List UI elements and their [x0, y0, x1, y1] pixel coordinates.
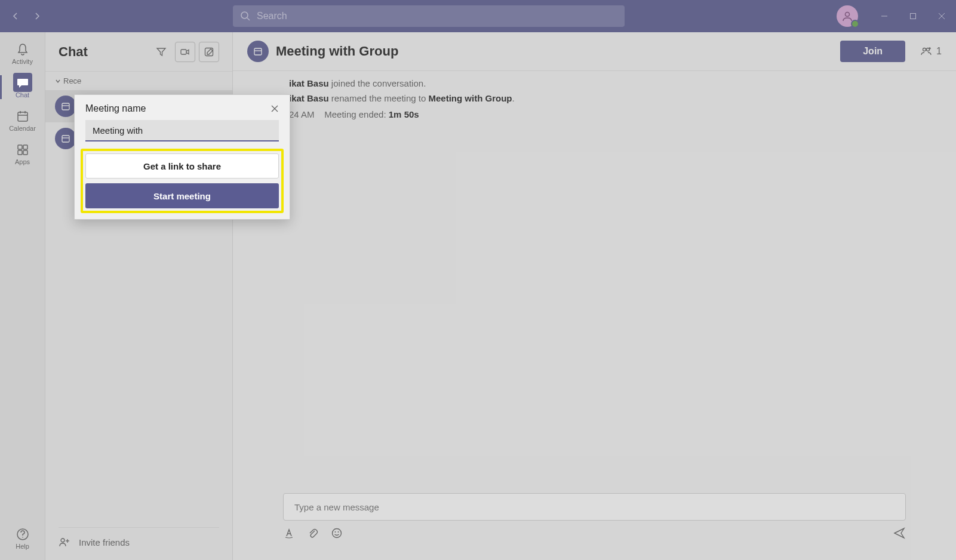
rail-apps[interactable]: Apps: [0, 137, 45, 171]
meeting-name: Meeting with Group: [428, 93, 512, 103]
chevron-right-icon: [32, 11, 42, 21]
chat-panel-header: Chat: [45, 32, 232, 72]
forward-button[interactable]: [29, 8, 45, 24]
conversation-title: Meeting with Group: [276, 44, 840, 59]
format-icon: [283, 527, 295, 539]
search-icon: [240, 11, 251, 21]
user-name: ikat Basu: [289, 78, 329, 88]
calendar-icon: [16, 109, 30, 124]
svg-point-16: [22, 537, 23, 538]
message-input[interactable]: [294, 502, 894, 512]
search-box[interactable]: [233, 5, 625, 27]
video-icon: [180, 47, 190, 57]
minimize-button[interactable]: [870, 0, 899, 32]
compose-toolbar: [283, 527, 906, 542]
titlebar-right: [837, 0, 956, 32]
svg-point-23: [61, 539, 64, 542]
maximize-button[interactable]: [899, 0, 927, 32]
user-name: ikat Basu: [289, 93, 329, 103]
filter-icon: [156, 47, 167, 57]
invite-friends[interactable]: Invite friends: [59, 527, 219, 548]
invite-friends-label: Invite friends: [79, 537, 130, 547]
titlebar: [0, 0, 956, 32]
system-message: ikat Basu joined the conversation.: [289, 78, 942, 88]
close-icon: [270, 104, 279, 113]
close-icon: [938, 13, 945, 20]
svg-point-32: [333, 529, 342, 538]
attachment-icon: [307, 527, 319, 539]
get-link-button[interactable]: Get a link to share: [85, 153, 279, 179]
svg-rect-13: [18, 150, 22, 155]
new-chat-button[interactable]: [199, 42, 219, 62]
message-input-box[interactable]: [283, 493, 906, 521]
send-button[interactable]: [893, 527, 906, 542]
meeting-popover: Meeting name Get a link to share Start m…: [74, 94, 290, 220]
chat-avatar: [55, 128, 76, 149]
chevron-down-icon: [55, 78, 61, 84]
popover-title: Meeting name: [85, 103, 270, 114]
send-icon: [893, 527, 906, 540]
system-message: ikat Basu renamed the meeting to Meeting…: [289, 93, 942, 103]
highlighted-actions: Get a link to share Start meeting: [81, 149, 284, 213]
meeting-duration: 1m 50s: [389, 109, 419, 119]
meeting-ended-label: Meeting ended:: [324, 109, 389, 119]
svg-line-1: [247, 18, 250, 20]
rail-chat[interactable]: Chat: [0, 70, 45, 104]
join-button[interactable]: Join: [840, 41, 905, 62]
nav-arrows: [7, 8, 45, 24]
bell-icon: [16, 42, 30, 57]
app-rail: Activity Chat Calendar Apps Help: [0, 32, 45, 560]
chat-panel-title: Chat: [59, 44, 151, 60]
meeting-time: 24 AM: [289, 109, 315, 119]
meet-now-button[interactable]: [175, 42, 195, 62]
chat-avatar: [55, 96, 76, 117]
user-avatar[interactable]: [837, 5, 858, 27]
people-icon: [920, 45, 933, 58]
svg-rect-12: [23, 145, 27, 149]
compose-area: [233, 493, 956, 560]
popover-close-button[interactable]: [270, 104, 279, 113]
person-icon: [841, 10, 853, 22]
svg-point-33: [335, 531, 336, 533]
rail-label: Chat: [16, 91, 29, 99]
svg-point-34: [338, 531, 339, 533]
back-button[interactable]: [7, 8, 24, 24]
attach-button[interactable]: [307, 527, 319, 541]
help-icon: [16, 527, 30, 541]
rail-label: Apps: [15, 158, 30, 165]
invite-icon: [59, 536, 70, 548]
conversation-body: ikat Basu joined the conversation. ikat …: [233, 71, 956, 131]
svg-rect-14: [23, 150, 27, 155]
svg-rect-4: [911, 14, 916, 19]
svg-rect-26: [254, 48, 262, 55]
rail-help[interactable]: Help: [0, 522, 45, 555]
rail-calendar[interactable]: Calendar: [0, 104, 45, 137]
participants-button[interactable]: 1: [920, 45, 942, 58]
recent-label-text: Rece: [63, 76, 81, 85]
system-message: 24 AM Meeting ended: 1m 50s: [289, 109, 942, 119]
rail-label: Calendar: [9, 125, 36, 132]
conversation-header: Meeting with Group Join 1: [233, 32, 956, 71]
participant-count: 1: [936, 46, 942, 57]
chevron-left-icon: [11, 11, 20, 21]
format-button[interactable]: [283, 527, 295, 541]
rail-activity[interactable]: Activity: [0, 37, 45, 70]
close-window-button[interactable]: [927, 0, 956, 32]
system-text: joined the conversation.: [329, 78, 426, 88]
rail-label: Activity: [12, 58, 33, 65]
emoji-icon: [331, 527, 343, 539]
svg-rect-11: [18, 145, 22, 149]
start-meeting-button[interactable]: Start meeting: [85, 183, 279, 208]
calendar-icon: [253, 46, 263, 57]
rail-label: Help: [16, 543, 29, 550]
meeting-name-input[interactable]: [85, 120, 279, 141]
recent-section[interactable]: Rece: [45, 72, 232, 90]
emoji-button[interactable]: [331, 527, 343, 541]
chat-icon: [16, 76, 30, 90]
svg-rect-19: [62, 103, 69, 110]
presence-indicator: [851, 20, 859, 28]
filter-button[interactable]: [151, 42, 171, 62]
svg-rect-7: [18, 112, 27, 121]
search-input[interactable]: [257, 11, 617, 21]
main-area: Meeting with Group Join 1 ikat Basu join…: [233, 32, 956, 560]
